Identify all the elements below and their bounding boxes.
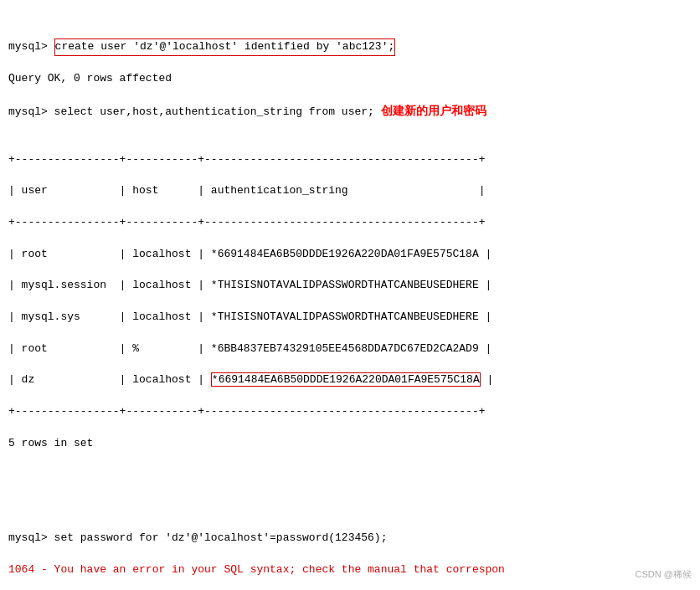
error1-text: 1064 - You have an error in your SQL syn… (8, 563, 498, 576)
table-header: | user | host | authentication_string | (8, 183, 692, 199)
blank1 (8, 483, 692, 499)
table-row1: | root | localhost | *6691484EA6B50DDDE1… (8, 247, 692, 263)
annotation1: 创建新的用户和密码 (381, 103, 486, 120)
line-cmd1: mysql> create user 'dz'@'localhost' iden… (8, 38, 692, 56)
table-row3: | mysql.sys | localhost | *THISISNOTAVAL… (8, 310, 692, 326)
watermark: CSDN @稀候 (636, 568, 692, 582)
prompt2: mysql> (8, 105, 54, 121)
line-error1: 1064 - You have an error in your SQL syn… (8, 562, 692, 578)
table-row5-post: | (481, 373, 494, 386)
table-sep-bot: +----------------+-----------+----------… (8, 404, 692, 420)
line-cmd3: mysql> set password for 'dz'@'localhost'… (8, 531, 692, 546)
table-row2: | mysql.session | localhost | *THISISNOT… (8, 278, 692, 294)
result1-text: Query OK, 0 rows affected (8, 72, 172, 85)
line-cmd2-row: mysql> select user,host,authentication_s… (8, 103, 692, 121)
cmd2-text: select user,host,authentication_string f… (54, 105, 374, 121)
table-row4: | root | % | *6BB4837EB74329105EE4568DDA… (8, 341, 692, 357)
cmd3-text: set password for 'dz'@'localhost'=passwo… (54, 531, 388, 544)
table-row5-pre: | dz | localhost | (8, 373, 211, 386)
prompt1: mysql> (8, 39, 54, 55)
cmd1-highlight: create user 'dz'@'localhost' identified … (54, 38, 396, 56)
rowcount1: 5 rows in set (8, 436, 692, 452)
table-row5: | dz | localhost | *6691484EA6B50DDDE192… (8, 372, 692, 388)
line-result1: Query OK, 0 rows affected (8, 71, 692, 87)
table-sep-top: +----------------+-----------+----------… (8, 152, 692, 168)
table-row5-hash: *6691484EA6B50DDDE1926A220DA01FA9E575C18… (211, 372, 481, 387)
table-sep-mid: +----------------+-----------+----------… (8, 215, 692, 231)
prompt3: mysql> (8, 531, 54, 544)
terminal-container: mysql> create user 'dz'@'localhost' iden… (8, 7, 692, 590)
